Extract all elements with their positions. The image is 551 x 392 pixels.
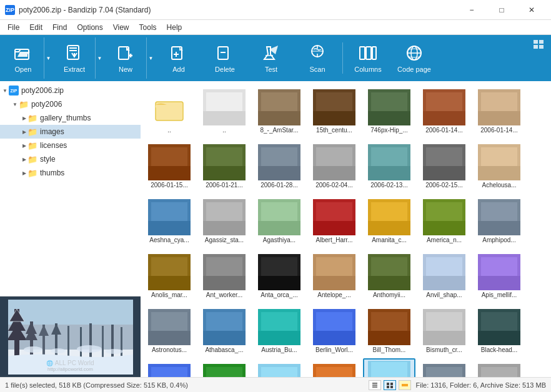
tree-item-poty[interactable]: ▼ 📁 poty2006 — [0, 97, 141, 111]
file-item[interactable]: 8_-_AmStar... — [253, 84, 305, 136]
grid-view-button[interactable] — [384, 380, 396, 390]
columns-button[interactable]: Columns — [345, 37, 390, 79]
file-item[interactable]: ... — [473, 358, 525, 377]
file-item[interactable]: Anolis_mar... — [143, 248, 196, 301]
file-item[interactable]: 2006-01-15... — [143, 139, 196, 191]
file-item[interactable]: Achelousа... — [473, 139, 525, 191]
file-name: Ant_worker... — [200, 292, 249, 299]
file-item[interactable]: Amphipod... — [473, 194, 525, 246]
file-item[interactable]: Black-head... — [473, 303, 525, 356]
svg-rect-133 — [258, 331, 300, 345]
menu-edit[interactable]: Edit — [24, 21, 47, 34]
file-item[interactable]: Anta_orca_... — [253, 248, 305, 301]
file-item[interactable]: 2006-01-14... — [473, 84, 525, 136]
new-button[interactable]: New — [105, 37, 146, 79]
file-thumbnail — [423, 309, 465, 345]
file-thumbnail — [148, 144, 191, 180]
codepage-button[interactable]: Code page — [392, 37, 437, 79]
file-item[interactable]: British_Mus... — [308, 358, 360, 377]
svg-rect-60 — [481, 92, 517, 111]
new-dropdown-button[interactable]: ▼ — [146, 37, 155, 79]
file-item[interactable]: Amanita_c... — [363, 194, 415, 246]
file-item[interactable]: Austria_Bu... — [253, 303, 305, 356]
menu-tools[interactable]: Tools — [134, 21, 162, 34]
file-item[interactable]: Astronotus... — [143, 303, 196, 356]
file-item[interactable]: 2006-01-28... — [253, 139, 305, 191]
file-item[interactable]: Aeshna_cya... — [143, 194, 196, 246]
tree-item-thumbs[interactable]: ▶ 📁 thumbs — [0, 166, 141, 180]
svg-rect-162 — [426, 367, 462, 377]
file-item[interactable]: Agasthiya... — [253, 194, 305, 246]
close-button[interactable]: ✕ — [517, 0, 546, 20]
tree-label-poty: poty2006 — [31, 100, 62, 109]
file-item[interactable]: Apis_mellif... — [473, 248, 525, 301]
svg-rect-102 — [481, 202, 517, 221]
maximize-button[interactable]: □ — [487, 0, 516, 20]
file-grid[interactable]: .. ..8_-_AmStar...15th_centu...746px-Hip… — [141, 81, 551, 377]
menu-help[interactable]: Help — [162, 21, 187, 34]
file-item[interactable]: 746px-Hip_... — [363, 84, 415, 136]
open-button[interactable]: Open — [2, 37, 44, 79]
file-item[interactable]: .. — [198, 84, 251, 136]
file-name: Anolis_mar... — [145, 292, 194, 299]
file-item[interactable]: 2006-02-15... — [418, 139, 470, 191]
tree-arrow-poty: ▼ — [12, 102, 17, 107]
add-button[interactable]: Add — [156, 37, 201, 79]
file-item[interactable]: 15th_centu... — [308, 84, 360, 136]
columns-icon — [358, 43, 378, 63]
scan-button[interactable]: Scan — [295, 37, 340, 79]
status-file-count: File: 1316, Folder: 6, Archive Size: 513… — [416, 381, 547, 389]
file-name: Aeshna_cya... — [145, 237, 194, 244]
list-view-button[interactable] — [369, 380, 381, 390]
svg-rect-103 — [478, 221, 520, 235]
file-item[interactable]: Ant_worker... — [198, 248, 251, 301]
svg-rect-43 — [156, 105, 168, 108]
file-name: 15th_centu... — [310, 127, 359, 134]
file-item[interactable]: 2006-01-14... — [418, 84, 470, 136]
tree-item-gallery[interactable]: ▶ 📁 gallery_thumbs — [0, 111, 141, 125]
layout-toggle-button[interactable] — [534, 40, 545, 49]
file-name: Athabasca_... — [200, 346, 249, 354]
file-item[interactable]: 2006-02-04... — [308, 139, 360, 191]
tree-item-zip[interactable]: ▼ ZIP poty2006.zip — [0, 84, 141, 97]
file-name: Anthomyii... — [365, 292, 414, 299]
file-item[interactable]: 2006-01-21... — [198, 139, 251, 191]
file-item[interactable]: Bill_Thom... — [363, 303, 415, 356]
file-item[interactable]: Anthomyii... — [363, 248, 415, 301]
file-thumbnail — [313, 309, 355, 345]
file-item[interactable]: Athabasca_... — [198, 303, 251, 356]
file-item[interactable]: Albert_Harr... — [308, 194, 360, 246]
file-item[interactable]: Berlin_Worl... — [308, 303, 360, 356]
file-item[interactable]: Bismuth_cr... — [418, 303, 470, 356]
file-name: Agasthiya... — [255, 237, 304, 244]
file-item[interactable]: America_n... — [418, 194, 470, 246]
extract-button[interactable]: Extract — [54, 37, 95, 79]
menu-view[interactable]: View — [108, 21, 134, 34]
svg-rect-57 — [426, 92, 462, 111]
menu-file[interactable]: File — [2, 21, 24, 34]
svg-rect-156 — [316, 367, 352, 377]
file-item[interactable]: BrockenSno wedTreesIn Sun.jpgBrockenSno … — [363, 358, 415, 377]
file-item-parent[interactable]: .. — [143, 84, 196, 136]
menu-find[interactable]: Find — [47, 21, 72, 34]
tree-item-images[interactable]: ▶ 📁 images — [0, 125, 141, 139]
file-item[interactable]: Boelge_sto... — [143, 358, 196, 377]
file-item[interactable]: Antelope_... — [308, 248, 360, 301]
tree-item-style[interactable]: ▶ 📁 style — [0, 152, 141, 166]
file-item[interactable]: Anvil_shap... — [418, 248, 470, 301]
file-name-parent: .. — [145, 127, 194, 134]
delete-button[interactable]: Delete — [202, 37, 247, 79]
minimize-button[interactable]: − — [457, 0, 486, 20]
test-button[interactable]: Test — [249, 37, 294, 79]
file-item[interactable]: Brooklyn_B... — [418, 358, 470, 377]
file-item[interactable]: Agassiz_sta... — [198, 194, 251, 246]
extract-dropdown-button[interactable]: ▼ — [95, 37, 104, 79]
file-item[interactable]: Bridge_Alc... — [253, 358, 305, 377]
svg-rect-78 — [426, 147, 462, 166]
menu-options[interactable]: Options — [72, 21, 107, 34]
open-dropdown-button[interactable]: ▼ — [44, 37, 52, 79]
svg-rect-48 — [261, 92, 297, 111]
tree-item-licenses[interactable]: ▶ 📁 licenses — [0, 139, 141, 152]
file-item[interactable]: Brazilian_N... — [198, 358, 251, 377]
file-item[interactable]: 2006-02-13... — [363, 139, 415, 191]
